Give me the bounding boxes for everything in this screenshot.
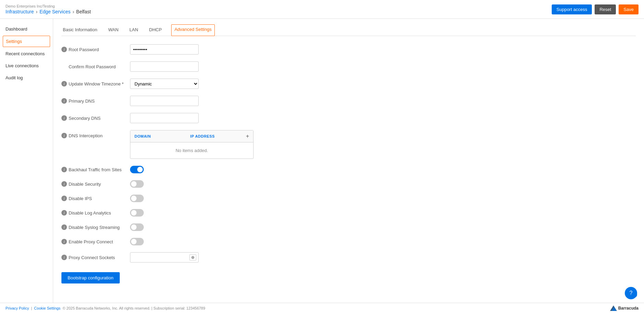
sidebar-item-live-connections[interactable]: Live connections bbox=[0, 60, 53, 72]
breadcrumb-edge-services[interactable]: Edge Services bbox=[39, 9, 70, 14]
top-bar-actions: Support access Reset Save bbox=[552, 4, 639, 14]
enable-proxy-connect-label: i Enable Proxy Connect bbox=[61, 239, 130, 244]
help-button-container: ? ▼ bbox=[629, 294, 637, 298]
disable-security-label: i Disable Security bbox=[61, 181, 130, 187]
confirm-root-password-input[interactable] bbox=[130, 61, 199, 72]
update-window-timezone-info-icon[interactable]: i bbox=[61, 81, 67, 86]
enable-proxy-connect-info-icon[interactable]: i bbox=[61, 239, 67, 244]
privacy-policy-link[interactable]: Privacy Policy bbox=[5, 306, 29, 310]
footer-links: Privacy Policy | Cookie Settings © 2025 … bbox=[5, 306, 205, 310]
root-password-info-icon[interactable]: i bbox=[61, 47, 67, 52]
disable-syslog-streaming-slider bbox=[130, 223, 144, 231]
proxy-connect-sockets-row: i Proxy Connect Sockets ⊕ bbox=[61, 252, 636, 263]
dns-interception-info-icon[interactable]: i bbox=[61, 133, 67, 138]
breadcrumb-current: Belfast bbox=[76, 9, 91, 14]
root-password-input[interactable] bbox=[130, 44, 199, 55]
disable-ips-slider bbox=[130, 195, 144, 202]
confirm-root-password-label: Confirm Root Password bbox=[61, 64, 130, 69]
main-layout: Dashboard Settings Recent connections Li… bbox=[0, 19, 644, 303]
disable-log-analytics-toggle[interactable] bbox=[130, 209, 144, 217]
dns-empty-message: No items added. bbox=[130, 142, 253, 159]
save-button[interactable]: Save bbox=[619, 4, 639, 14]
secondary-dns-input[interactable] bbox=[130, 113, 199, 123]
disable-security-info-icon[interactable]: i bbox=[61, 181, 67, 187]
dns-interception-row: i DNS Interception DOMAIN IP ADDRESS + N… bbox=[61, 130, 636, 159]
update-window-timezone-row: i Update Window Timezone * Dynamic UTC U… bbox=[61, 79, 636, 89]
breadcrumb: Infrastructure › Edge Services › Belfast bbox=[5, 9, 91, 14]
help-button[interactable]: ? bbox=[625, 287, 637, 299]
disable-log-analytics-label: i Disable Log Analytics bbox=[61, 210, 130, 216]
primary-dns-label: i Primary DNS bbox=[61, 98, 130, 104]
sidebar-item-audit-log[interactable]: Audit log bbox=[0, 72, 53, 84]
dns-add-button[interactable]: + bbox=[246, 133, 249, 139]
backhaul-traffic-info-icon[interactable]: i bbox=[61, 167, 67, 172]
bootstrap-configuration-button[interactable]: Bootstrap configuration bbox=[61, 272, 120, 283]
secondary-dns-info-icon[interactable]: i bbox=[61, 115, 67, 121]
disable-log-analytics-slider bbox=[130, 209, 144, 217]
top-bar: Demo Enterprises Inc/Testing Infrastruct… bbox=[0, 0, 644, 19]
primary-dns-row: i Primary DNS bbox=[61, 96, 636, 106]
sidebar: Dashboard Settings Recent connections Li… bbox=[0, 19, 53, 303]
dns-interception-label: i DNS Interception bbox=[61, 133, 130, 138]
update-window-timezone-select[interactable]: Dynamic UTC US/Eastern US/Central US/Pac… bbox=[130, 79, 199, 89]
update-window-timezone-label: i Update Window Timezone * bbox=[61, 81, 130, 86]
proxy-connect-sockets-label: i Proxy Connect Sockets bbox=[61, 255, 130, 260]
disable-syslog-streaming-info-icon[interactable]: i bbox=[61, 224, 67, 230]
disable-syslog-streaming-toggle[interactable] bbox=[130, 223, 144, 231]
tab-lan[interactable]: LAN bbox=[128, 24, 139, 36]
footer-copyright: © 2025 Barracuda Networks, Inc. All righ… bbox=[62, 306, 205, 310]
disable-security-row: i Disable Security bbox=[61, 180, 636, 188]
disable-ips-info-icon[interactable]: i bbox=[61, 196, 67, 201]
disable-security-toggle[interactable] bbox=[130, 180, 144, 188]
disable-security-slider bbox=[130, 180, 144, 188]
disable-ips-row: i Disable IPS bbox=[61, 195, 636, 202]
enable-proxy-connect-row: i Enable Proxy Connect bbox=[61, 238, 636, 245]
disable-ips-label: i Disable IPS bbox=[61, 196, 130, 201]
disable-ips-toggle[interactable] bbox=[130, 195, 144, 202]
disable-syslog-streaming-label: i Disable Syslog Streaming bbox=[61, 224, 130, 230]
proxy-connect-sockets-container: ⊕ bbox=[130, 252, 199, 263]
sidebar-item-settings[interactable]: Settings bbox=[3, 36, 50, 47]
secondary-dns-row: i Secondary DNS bbox=[61, 113, 636, 123]
backhaul-traffic-label: i Backhaul Traffic from Sites bbox=[61, 167, 130, 172]
primary-dns-info-icon[interactable]: i bbox=[61, 98, 67, 104]
tab-advanced-settings[interactable]: Advanced Settings bbox=[171, 24, 214, 36]
footer: Privacy Policy | Cookie Settings © 2025 … bbox=[0, 303, 644, 313]
root-password-label: i Root Password bbox=[61, 47, 130, 52]
reset-button[interactable]: Reset bbox=[595, 4, 616, 14]
proxy-connect-sockets-info-icon[interactable]: i bbox=[61, 255, 67, 260]
bootstrap-button-container: Bootstrap configuration bbox=[61, 269, 636, 283]
dns-col-domain-header: DOMAIN bbox=[134, 134, 190, 138]
tab-basic-information[interactable]: Basic Information bbox=[61, 24, 98, 36]
tab-dhcp[interactable]: DHCP bbox=[148, 24, 163, 36]
dns-interception-table: DOMAIN IP ADDRESS + No items added. bbox=[130, 130, 254, 159]
proxy-connect-sockets-add-button[interactable]: ⊕ bbox=[189, 254, 196, 260]
backhaul-traffic-slider bbox=[130, 166, 144, 173]
enable-proxy-connect-toggle[interactable] bbox=[130, 238, 144, 245]
disable-log-analytics-info-icon[interactable]: i bbox=[61, 210, 67, 216]
backhaul-traffic-toggle[interactable] bbox=[130, 166, 144, 173]
sidebar-item-recent-connections[interactable]: Recent connections bbox=[0, 48, 53, 60]
tabs: Basic Information WAN LAN DHCP Advanced … bbox=[61, 24, 636, 36]
proxy-connect-sockets-input[interactable] bbox=[132, 255, 184, 260]
dns-table-header: DOMAIN IP ADDRESS + bbox=[130, 130, 253, 142]
backhaul-traffic-row: i Backhaul Traffic from Sites bbox=[61, 166, 636, 173]
support-access-button[interactable]: Support access bbox=[552, 4, 592, 14]
barracuda-logo-icon bbox=[610, 305, 617, 311]
sidebar-item-dashboard[interactable]: Dashboard bbox=[0, 23, 53, 35]
org-text: Demo Enterprises Inc/Testing bbox=[5, 4, 91, 8]
disable-log-analytics-row: i Disable Log Analytics bbox=[61, 209, 636, 217]
primary-dns-input[interactable] bbox=[130, 96, 199, 106]
footer-logo: Barracuda bbox=[610, 305, 639, 311]
confirm-root-password-row: Confirm Root Password bbox=[61, 61, 636, 72]
cookie-settings-link[interactable]: Cookie Settings bbox=[34, 306, 60, 310]
breadcrumb-infrastructure[interactable]: Infrastructure bbox=[5, 9, 34, 14]
dns-col-ip-header: IP ADDRESS bbox=[190, 134, 246, 138]
secondary-dns-label: i Secondary DNS bbox=[61, 115, 130, 121]
tab-wan[interactable]: WAN bbox=[107, 24, 120, 36]
enable-proxy-connect-slider bbox=[130, 238, 144, 245]
content-area: Basic Information WAN LAN DHCP Advanced … bbox=[53, 19, 644, 303]
footer-logo-text: Barracuda bbox=[618, 306, 639, 311]
disable-syslog-streaming-row: i Disable Syslog Streaming bbox=[61, 223, 636, 231]
breadcrumb-area: Demo Enterprises Inc/Testing Infrastruct… bbox=[5, 4, 91, 14]
